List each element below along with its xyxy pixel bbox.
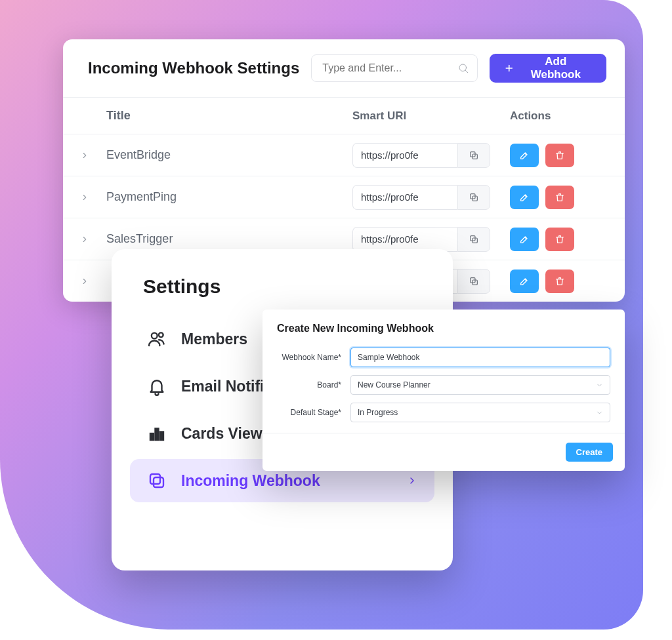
svg-rect-16 [160, 432, 163, 441]
svg-rect-14 [150, 433, 154, 440]
svg-point-0 [459, 64, 467, 71]
svg-point-13 [159, 332, 163, 337]
edit-icon [519, 192, 530, 203]
edit-button[interactable] [510, 228, 539, 251]
stage-label: Default Stage* [277, 408, 350, 417]
add-webhook-button[interactable]: Add Webhook [490, 54, 606, 83]
modal-title: Create New Incoming Webhook [262, 323, 625, 344]
stage-select[interactable]: In Progress [350, 403, 610, 422]
expand-row-button[interactable] [63, 193, 106, 202]
chevron-right-icon [407, 475, 417, 486]
copy-url-button[interactable] [457, 185, 490, 210]
trash-icon [555, 192, 565, 203]
delete-button[interactable] [545, 228, 574, 251]
create-webhook-modal: Create New Incoming Webhook Webhook Name… [262, 310, 625, 471]
smart-url-field[interactable]: https://pro0fe [352, 227, 457, 252]
bar-chart-icon [147, 424, 167, 443]
search-icon [457, 62, 469, 74]
trash-icon [555, 276, 565, 287]
expand-row-button[interactable] [63, 235, 106, 244]
copy-url-button[interactable] [457, 269, 490, 294]
search-input[interactable] [322, 62, 451, 74]
col-header-title: Title [106, 109, 352, 123]
svg-rect-17 [154, 477, 163, 487]
delete-button[interactable] [545, 144, 574, 167]
board-select[interactable]: New Course Planner [350, 375, 610, 395]
copy-icon [469, 150, 479, 161]
chevron-right-icon [80, 151, 89, 160]
expand-row-button[interactable] [63, 151, 106, 160]
smart-url-field[interactable]: https://pro0fe [352, 185, 457, 210]
copy-url-button[interactable] [457, 227, 490, 252]
expand-row-button[interactable] [63, 277, 106, 286]
page-title: Incoming Webhook Settings [88, 59, 299, 77]
table-head-row: Title Smart URI Actions [63, 97, 625, 134]
webhook-name-input[interactable] [350, 348, 610, 367]
col-header-url: Smart URI [352, 110, 510, 123]
chevron-down-icon [596, 409, 603, 416]
edit-icon [519, 276, 530, 287]
copy-url-button[interactable] [457, 143, 490, 168]
edit-icon [519, 150, 530, 161]
webhook-name-label: Webhook Name* [277, 353, 350, 362]
chevron-right-icon [80, 235, 89, 244]
chevron-right-icon [80, 193, 89, 202]
stage-select-value: In Progress [358, 408, 398, 417]
delete-button[interactable] [545, 270, 574, 293]
copy-icon [469, 276, 479, 287]
trash-icon [555, 234, 565, 245]
members-icon [147, 329, 167, 349]
edit-icon [519, 234, 530, 245]
chevron-right-icon [80, 277, 89, 286]
svg-rect-18 [150, 474, 160, 484]
bell-icon [147, 376, 167, 396]
board-select-value: New Course Planner [358, 380, 430, 390]
row-title: SalesTrigger [106, 232, 352, 246]
add-webhook-label: Add Webhook [520, 55, 592, 81]
board-label: Board* [277, 380, 350, 390]
row-title: PaymentPing [106, 190, 352, 204]
plus-icon [504, 63, 514, 73]
settings-title: Settings [143, 275, 434, 298]
svg-point-12 [152, 333, 158, 339]
table-header-bar: Incoming Webhook Settings Add Webhook [63, 39, 625, 97]
edit-button[interactable] [510, 144, 539, 167]
trash-icon [555, 150, 565, 161]
edit-button[interactable] [510, 186, 539, 209]
chevron-down-icon [596, 382, 603, 389]
table-row: EventBridge https://pro0fe [63, 134, 625, 176]
svg-line-1 [466, 70, 468, 72]
row-title: EventBridge [106, 148, 352, 162]
svg-rect-15 [156, 429, 159, 441]
settings-item-label: Incoming Webhook [181, 472, 392, 490]
smart-url-field[interactable]: https://pro0fe [352, 143, 457, 168]
edit-button[interactable] [510, 270, 539, 293]
delete-button[interactable] [545, 186, 574, 209]
table-row: PaymentPing https://pro0fe [63, 176, 625, 218]
col-header-actions: Actions [510, 110, 625, 123]
create-button[interactable]: Create [566, 443, 613, 462]
copy-icon [469, 192, 479, 203]
search-input-wrap[interactable] [311, 54, 478, 82]
copy-icon [469, 234, 479, 245]
layers-icon [147, 471, 167, 490]
